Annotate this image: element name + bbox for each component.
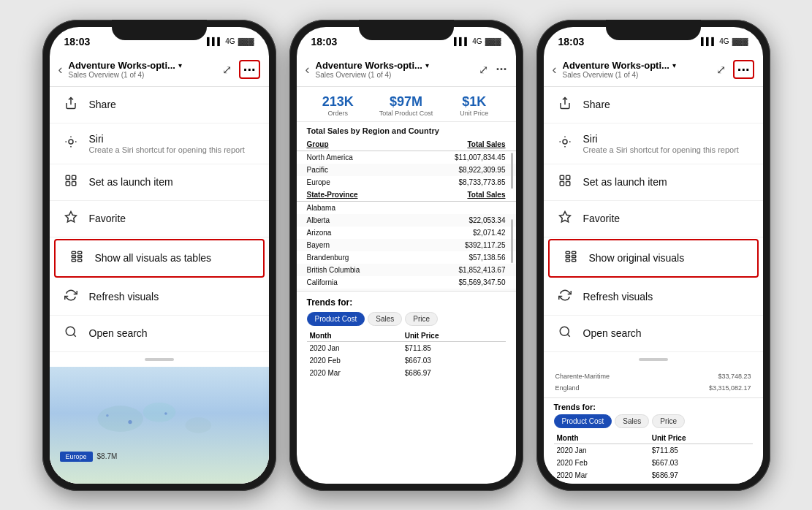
table-row: Alabama: [297, 201, 516, 214]
menu-item-share-1[interactable]: Share: [50, 87, 269, 123]
svg-point-13: [97, 406, 143, 432]
more-options-button-1[interactable]: ···: [239, 60, 260, 79]
state-table: State-Province Total Sales AlabamaAlbert…: [297, 189, 516, 291]
svg-rect-3: [66, 181, 69, 185]
menu-siri-text-3: Siri Create a Siri shortcut for opening …: [583, 133, 750, 154]
siri-sublabel-3: Create a Siri shortcut for opening this …: [583, 145, 750, 154]
nav-title-1: Adventure Works-opti...: [69, 60, 175, 72]
expand-icon-3[interactable]: ⤢: [716, 63, 726, 77]
scroll-indicator-1: [511, 153, 513, 188]
svg-point-14: [143, 402, 175, 422]
map-visual-1: Europe $8.7M: [50, 367, 269, 484]
bg-trends-3: Trends for: Product Cost Sales Price Mon…: [544, 397, 763, 484]
search-label-3: Open search: [583, 327, 750, 339]
menu-item-launch-1[interactable]: Set as launch item: [50, 164, 269, 201]
menu-item-launch-3[interactable]: Set as launch item: [544, 164, 763, 201]
search-icon-1: [63, 325, 79, 342]
menu-search-text-3: Open search: [583, 327, 750, 339]
menu-refresh-text-3: Refresh visuals: [583, 291, 750, 302]
trends-title-2: Trends for:: [307, 297, 506, 308]
orders-value: 213K: [307, 94, 369, 110]
table-row: Bayern$392,117.25: [297, 239, 516, 251]
table-row: Brandenburg$57,138.56: [297, 251, 516, 264]
expand-icon-1[interactable]: ⤢: [222, 63, 232, 77]
nav-subtitle-3: Sales Overview (1 of 4): [563, 71, 716, 79]
menu-favorite-text-3: Favorite: [583, 213, 750, 224]
phone-1: 18:03 ▌▌▌ 4G ▓▓▓ ‹ Adventure Works-opti.…: [42, 20, 276, 491]
svg-rect-1: [66, 175, 69, 179]
svg-rect-28: [572, 255, 575, 257]
expand-icon-2[interactable]: ⤢: [479, 63, 488, 77]
menu-search-text-1: Open search: [89, 327, 256, 339]
menu-item-favorite-1[interactable]: Favorite: [50, 201, 269, 237]
bg-table-row: England$3,315,082.17: [555, 383, 751, 393]
back-button-1[interactable]: ‹: [58, 62, 63, 77]
map-background-1: Europe $8.7M: [50, 367, 269, 484]
dropdown-icon-3: ▾: [672, 61, 676, 69]
search-icon-3: [557, 325, 573, 342]
section-title-2: Total Sales by Region and Country: [297, 122, 516, 138]
menu-item-search-3[interactable]: Open search: [544, 316, 763, 352]
menu-item-share-3[interactable]: Share: [544, 87, 763, 123]
menu-item-show-original-3[interactable]: Show original visuals: [548, 239, 759, 278]
back-button-3[interactable]: ‹: [553, 62, 557, 77]
trend-tab-sales[interactable]: Sales: [368, 312, 402, 326]
svg-rect-7: [77, 251, 81, 254]
svg-rect-26: [572, 251, 575, 254]
more-options-button-3[interactable]: ···: [733, 60, 754, 79]
menu-item-siri-1[interactable]: Siri Create a Siri shortcut for opening …: [50, 123, 269, 164]
phone-1-screen: 18:03 ▌▌▌ 4G ▓▓▓ ‹ Adventure Works-opti.…: [50, 27, 269, 484]
svg-point-31: [560, 327, 569, 335]
svg-rect-23: [566, 181, 569, 185]
share-label-3: Share: [583, 99, 750, 110]
trend-tab-price[interactable]: Price: [405, 312, 438, 326]
svg-point-16: [128, 419, 132, 423]
trend-row: 2020 Mar$686.97: [307, 367, 506, 379]
menu-launch-text-3: Set as launch item: [583, 176, 750, 188]
svg-marker-5: [65, 211, 76, 221]
refresh-icon-1: [63, 289, 79, 305]
launch-icon-1: [63, 174, 79, 191]
show-original-label-3: Show original visuals: [589, 252, 744, 264]
svg-rect-29: [566, 259, 569, 261]
bg-trend-tab-sales-3[interactable]: Sales: [615, 414, 649, 428]
nav-title-3: Adventure Works-opti...: [563, 60, 669, 72]
back-button-2[interactable]: ‹: [306, 62, 310, 77]
menu-item-refresh-1[interactable]: Refresh visuals: [50, 279, 269, 316]
menu-item-search-1[interactable]: Open search: [50, 316, 269, 352]
table-row: Pacific$8,922,309.95: [297, 164, 516, 176]
nav-actions-1: ⤢ ···: [222, 60, 260, 79]
more-options-button-2[interactable]: ···: [496, 62, 506, 77]
notch-1: [112, 20, 207, 40]
phones-container: 18:03 ▌▌▌ 4G ▓▓▓ ‹ Adventure Works-opti.…: [28, 5, 785, 506]
launch-label-3: Set as launch item: [583, 176, 750, 188]
menu-item-refresh-3[interactable]: Refresh visuals: [544, 279, 763, 316]
col-state-sales: Total Sales: [416, 189, 515, 202]
phone-2: 18:03 ▌▌▌ 4G ▓▓▓ ‹ Adventure Works-opti.…: [289, 20, 523, 491]
table-row: Europe$8,733,773.85: [297, 176, 516, 189]
menu-item-favorite-3[interactable]: Favorite: [544, 201, 763, 237]
table-row: Arizona$2,071.42: [297, 227, 516, 239]
svg-rect-6: [72, 251, 75, 254]
status-icons-1: ▌▌▌ 4G ▓▓▓: [207, 37, 254, 45]
bg-trend-tab-product-cost-3[interactable]: Product Cost: [554, 414, 612, 428]
siri-sublabel-1: Create a Siri shortcut for opening this …: [89, 145, 256, 154]
trend-col-price: Unit Price: [402, 330, 506, 342]
siri-label-3: Siri: [583, 133, 750, 145]
trend-tab-product-cost[interactable]: Product Cost: [307, 312, 365, 326]
notch-2: [359, 20, 454, 40]
col-group: Group: [297, 138, 403, 151]
bg-trend-tab-price-3[interactable]: Price: [652, 414, 685, 428]
status-icons-3: ▌▌▌ 4G ▓▓▓: [701, 37, 748, 45]
bg-trends-tabs-3: Product Cost Sales Price: [554, 414, 753, 428]
svg-rect-9: [77, 255, 81, 257]
status-time-2: 18:03: [311, 36, 338, 47]
bg-trend-col-price-3: Unit Price: [649, 433, 753, 444]
bg-table-3: Charente-Maritime$33,748.23England$3,315…: [544, 367, 763, 397]
network-badge-1: 4G: [225, 37, 235, 45]
menu-item-siri-3[interactable]: Siri Create a Siri shortcut for opening …: [544, 123, 763, 164]
svg-rect-30: [572, 259, 575, 261]
favorite-label-3: Favorite: [583, 213, 750, 224]
cost-value: $97M: [375, 94, 437, 110]
menu-item-show-tables-1[interactable]: Show all visuals as tables: [54, 239, 265, 278]
